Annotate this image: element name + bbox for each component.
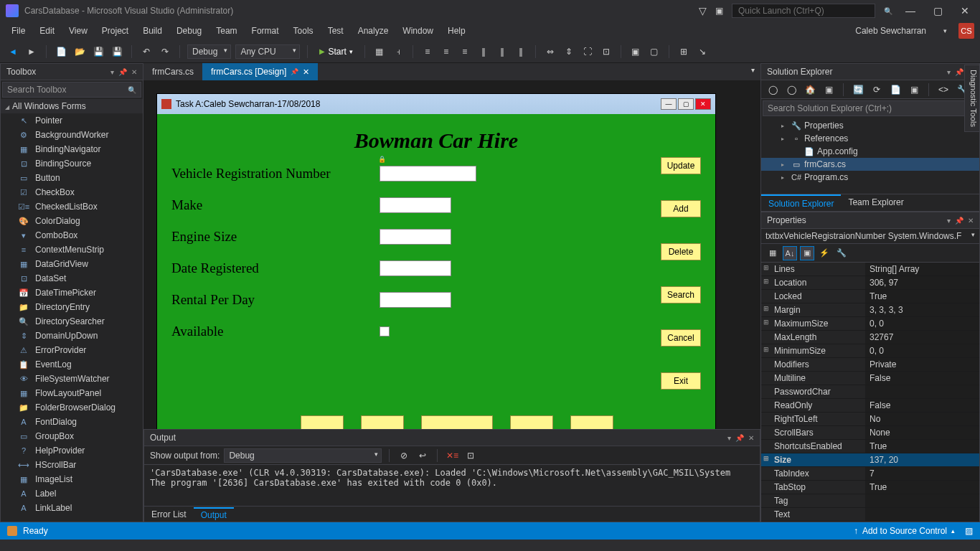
property-row[interactable]: ⊞MinimumSize0, 0 [761, 344, 979, 358]
tab-solution-explorer[interactable]: Solution Explorer [761, 194, 841, 211]
tree-arrow-icon[interactable]: ▸ [781, 123, 788, 129]
pin-icon[interactable]: 📌 [955, 68, 963, 76]
tree-arrow-icon[interactable]: ▸ [781, 136, 788, 142]
menu-project[interactable]: Project [96, 24, 134, 37]
user-avatar[interactable]: CS [958, 23, 974, 39]
add-button[interactable]: Add [661, 200, 701, 217]
property-value[interactable]: 306, 97 [865, 276, 979, 289]
toolbox-item[interactable]: ▦FlowLayoutPanel [1, 386, 143, 400]
user-name[interactable]: Caleb Sewcharran [849, 24, 932, 37]
menu-file[interactable]: File [6, 24, 31, 37]
menu-help[interactable]: Help [442, 24, 471, 37]
source-control-dropdown-icon[interactable]: ▴ [951, 527, 955, 534]
toolbox-item[interactable]: 🎨ColorDialog [1, 214, 143, 228]
menu-test[interactable]: Test [322, 24, 349, 37]
bring-front-icon[interactable]: ▣ [628, 44, 643, 59]
toolbox-item[interactable]: AFontDialog [1, 415, 143, 429]
property-row[interactable]: TabStopTrue [761, 481, 979, 494]
nav-back-icon[interactable]: ◄ [6, 44, 20, 59]
property-value[interactable] [865, 385, 979, 398]
toolbox-item[interactable]: ALinkLabel [1, 501, 143, 515]
tree-item[interactable]: ▸🔧Properties [761, 119, 979, 132]
solution-search-input[interactable]: Search Solution Explorer (Ctrl+;) [763, 100, 978, 116]
tab-frmcars-design[interactable]: frmCars.cs [Design]📌✕ [202, 63, 318, 80]
property-value[interactable]: Private [865, 358, 979, 371]
exit-button[interactable]: Exit [661, 372, 701, 390]
property-row[interactable]: ⊞Margin3, 3, 3, 3 [761, 303, 979, 317]
sol-back-icon[interactable]: ◯ [765, 83, 780, 97]
nav-button-4[interactable] [510, 415, 553, 429]
property-row[interactable]: RightToLeftNo [761, 413, 979, 426]
nav-button-1[interactable] [301, 415, 344, 429]
toolbox-item[interactable]: ⚙BackgroundWorker [1, 128, 143, 142]
nav-button-2[interactable] [361, 415, 404, 429]
sol-refresh-icon[interactable]: 🔄 [851, 83, 865, 97]
sol-showall-icon[interactable]: 📄 [888, 83, 903, 97]
property-value[interactable]: False [865, 399, 979, 412]
input-date[interactable] [380, 260, 451, 276]
prop-messages-icon[interactable]: 🔧 [834, 246, 849, 260]
property-row[interactable]: ShortcutsEnabledTrue [761, 440, 979, 453]
property-row[interactable]: PasswordChar [761, 385, 979, 399]
prop-categorized-icon[interactable]: ▦ [765, 246, 780, 260]
align-h1-icon[interactable]: ≡ [420, 44, 435, 59]
toolbox-item[interactable]: ⟷HScrollBar [1, 458, 143, 472]
property-row[interactable]: ScrollBarsNone [761, 426, 979, 440]
property-value[interactable]: False [865, 372, 979, 385]
pin-icon[interactable]: 📌 [291, 68, 298, 75]
pin-icon[interactable]: 📌 [735, 434, 744, 442]
form-designer-surface[interactable]: Task A:Caleb Sewcharran-17/08/2018 — ▢ ✕… [143, 80, 760, 429]
pin-icon[interactable]: 📌 [955, 217, 963, 225]
tab-dropdown-icon[interactable]: ▾ [745, 63, 760, 80]
minimize-button[interactable]: — [901, 5, 920, 17]
send-back-icon[interactable]: ▢ [647, 44, 661, 59]
form-minimize-icon[interactable]: — [661, 98, 677, 110]
tab-error-list[interactable]: Error List [144, 508, 194, 521]
nav-button-3[interactable] [421, 415, 493, 429]
close-icon[interactable]: ✕ [968, 217, 974, 225]
align-h3-icon[interactable]: ≡ [458, 44, 472, 59]
input-rental[interactable] [380, 292, 451, 308]
platform-dropdown[interactable]: Any CPU [235, 44, 300, 59]
output-toggle-icon[interactable]: ⊡ [463, 448, 478, 463]
close-icon[interactable]: ✕ [748, 434, 754, 442]
update-button[interactable]: Update [661, 157, 701, 174]
form-maximize-icon[interactable]: ▢ [678, 98, 694, 110]
toolbox-item[interactable]: 📋EventLog [1, 357, 143, 372]
align-v2-icon[interactable]: ‖ [495, 44, 509, 59]
toolbox-item[interactable]: ↖Pointer [1, 113, 143, 128]
sol-fwd-icon[interactable]: ◯ [784, 83, 798, 97]
size-icon[interactable]: ⛶ [580, 44, 595, 59]
align-left-icon[interactable]: ⫞ [391, 44, 405, 59]
property-value[interactable]: String[] Array [865, 263, 979, 276]
save-icon[interactable]: 💾 [91, 44, 105, 59]
pin-icon[interactable]: 📌 [118, 68, 127, 76]
tree-arrow-icon[interactable]: ▸ [781, 161, 788, 168]
maximize-button[interactable]: ▢ [928, 5, 947, 17]
property-row[interactable]: MaxLength32767 [761, 331, 979, 344]
toolbox-item[interactable]: ⇕DomainUpDown [1, 329, 143, 343]
property-value[interactable] [865, 494, 979, 507]
menu-window[interactable]: Window [397, 24, 439, 37]
form-close-icon[interactable]: ✕ [695, 98, 711, 110]
new-project-icon[interactable]: 📄 [54, 44, 68, 59]
search-button[interactable]: Search [661, 286, 701, 303]
menu-edit[interactable]: Edit [34, 24, 60, 37]
property-value[interactable]: 137, 20 [865, 453, 979, 466]
property-value[interactable]: True [865, 481, 979, 494]
property-value[interactable]: 0, 0 [865, 344, 979, 357]
menu-format[interactable]: Format [246, 24, 285, 37]
sol-code-icon[interactable]: <> [936, 83, 951, 97]
toolbox-item[interactable]: ☑CheckBox [1, 185, 143, 199]
tree-arrow-icon[interactable]: ▸ [781, 174, 788, 181]
cancel-button[interactable]: Cancel [661, 329, 701, 347]
toolbox-item[interactable]: ⊡BindingSource [1, 156, 143, 171]
tab-output[interactable]: Output [194, 507, 234, 522]
undo-icon[interactable]: ↶ [139, 44, 154, 59]
align-h2-icon[interactable]: ≡ [439, 44, 453, 59]
input-make[interactable] [380, 197, 451, 213]
nav-button-5[interactable] [570, 415, 613, 429]
property-row[interactable]: ⊞MaximumSize0, 0 [761, 317, 979, 331]
menu-build[interactable]: Build [137, 24, 168, 37]
tree-item[interactable]: ▸▭frmCars.cs [761, 158, 979, 171]
